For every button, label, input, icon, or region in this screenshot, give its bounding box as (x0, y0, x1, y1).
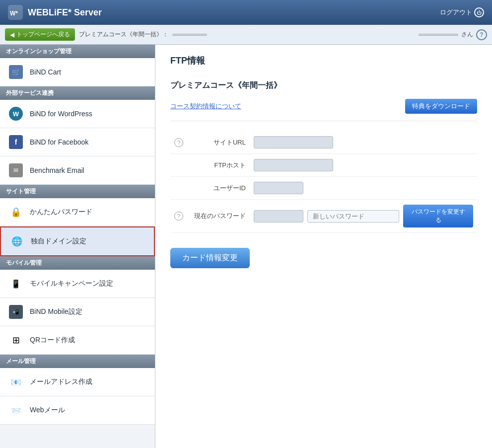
sidebar-item-bind-mobile[interactable]: 📲 BiND Mobile設定 (0, 298, 155, 326)
username-box (419, 34, 458, 36)
premium-value (172, 34, 207, 36)
sidebar-item-label: Benchmark Email (30, 166, 84, 174)
benchmark-icon: ✉ (9, 163, 23, 177)
help-button[interactable]: ? (476, 29, 487, 40)
sidebar-item-kantan-password[interactable]: 🔒 かんたんパスワード (0, 198, 155, 226)
sidebar-item-label: かんたんパスワード (30, 208, 92, 217)
sidebar: オンラインショップ管理 🛒 BiND Cart 外部サービス連携 W BiND … (0, 45, 155, 448)
table-row: ユーザーID (170, 177, 477, 200)
sidebar-item-bind-facebook[interactable]: f BiND for Facebook (0, 128, 155, 156)
back-label: トップページへ戻る (16, 30, 70, 39)
sidebar-item-qr-code[interactable]: ⊞ QRコード作成 (0, 326, 155, 355)
sidebar-item-domain-setting[interactable]: 🌐 独自ドメイン設定 (0, 226, 155, 256)
subheader-left: ◀ トップページへ戻る プレミアムコース《年間一括》： (5, 28, 207, 41)
table-row: ? サイトURL (170, 131, 477, 154)
sidebar-item-label: メールアドレス作成 (30, 377, 92, 386)
sidebar-item-label: BiND for WordPress (30, 110, 92, 118)
download-button[interactable]: 特典をダウンロード (405, 99, 477, 114)
sidebar-section-mail: メール管理 (0, 355, 155, 368)
new-password-input[interactable] (307, 210, 399, 223)
bind-mobile-icon-wrapper: 📲 (8, 304, 24, 320)
back-button[interactable]: ◀ トップページへ戻る (5, 28, 75, 41)
globe-icon: 🌐 (10, 234, 24, 248)
sidebar-item-webmail[interactable]: 📨 Webメール (0, 396, 155, 425)
subheader: ◀ トップページへ戻る プレミアムコース《年間一括》： さん ? (0, 25, 492, 45)
bind-mobile-icon: 📲 (9, 305, 23, 319)
course-link[interactable]: コース契約情報について (170, 102, 241, 111)
wp-icon-wrapper: W (8, 106, 24, 122)
fb-icon-wrapper: f (8, 134, 24, 150)
sidebar-item-mobile-campaign[interactable]: 📱 モバイルキャンペーン設定 (0, 270, 155, 298)
webmail-icon-wrapper: 📨 (8, 402, 24, 418)
field-value-site-url (254, 136, 333, 149)
wordpress-icon: W (9, 107, 23, 121)
change-password-button[interactable]: パスワードを変更する (403, 205, 473, 227)
premium-label: プレミアムコース《年間一括》： (79, 30, 168, 39)
power-icon: ⏻ (474, 7, 484, 17)
table-row-password: ? 現在のパスワード パスワードを変更する (170, 200, 477, 233)
qr-icon: ⊞ (9, 333, 23, 347)
facebook-icon: f (9, 135, 23, 149)
sidebar-item-label: モバイルキャンペーン設定 (30, 279, 113, 288)
mobile-icon: 📱 (9, 277, 23, 291)
password-row: パスワードを変更する (254, 205, 473, 227)
subheader-right: さん ? (419, 29, 487, 40)
sidebar-item-label: 独自ドメイン設定 (31, 237, 86, 246)
sidebar-section-mobile: モバイル管理 (0, 256, 155, 270)
sidebar-item-label: BiND Cart (30, 68, 61, 76)
webmail-icon: 📨 (9, 403, 23, 417)
cart-icon: 🛒 (9, 65, 23, 79)
logout-area: ログアウト ⏻ (440, 7, 484, 17)
globe-icon-wrapper: 🌐 (9, 233, 25, 249)
section-title: プレミアムコース《年間一括》 (170, 80, 477, 91)
header: W* WEBLiFE* Server ログアウト ⏻ (0, 0, 492, 25)
san-label: さん (461, 30, 473, 39)
field-value-current-password (254, 210, 303, 223)
mobile-icon-wrapper: 📱 (8, 276, 24, 292)
back-arrow-icon: ◀ (10, 31, 14, 38)
bench-icon-wrapper: ✉ (8, 162, 24, 178)
lock-icon: 🔒 (9, 205, 23, 219)
help-circle-icon: ? (174, 212, 183, 221)
bind-cart-icon-wrapper: 🛒 (8, 64, 24, 80)
field-label-user-id: ユーザーID (190, 177, 250, 200)
sidebar-item-bind-cart[interactable]: 🛒 BiND Cart (0, 58, 155, 86)
sidebar-item-label: BiND Mobile設定 (30, 307, 82, 316)
sidebar-item-benchmark-email[interactable]: ✉ Benchmark Email (0, 156, 155, 185)
sidebar-item-mail-create[interactable]: 📧 メールアドレス作成 (0, 368, 155, 396)
lock-icon-wrapper: 🔒 (8, 204, 24, 220)
mail-add-icon-wrapper: 📧 (8, 374, 24, 390)
layout: オンラインショップ管理 🛒 BiND Cart 外部サービス連携 W BiND … (0, 45, 492, 448)
sidebar-item-label: Webメール (30, 406, 65, 415)
main-content: FTP情報 プレミアムコース《年間一括》 コース契約情報について 特典をダウンロ… (155, 45, 492, 448)
sidebar-section-external: 外部サービス連携 (0, 86, 155, 100)
svg-text:W*: W* (10, 10, 18, 17)
sidebar-section-site: サイト管理 (0, 185, 155, 198)
course-row: コース契約情報について 特典をダウンロード (170, 99, 477, 121)
logout-button[interactable]: ログアウト ⏻ (440, 7, 484, 17)
sidebar-item-bind-wordpress[interactable]: W BiND for WordPress (0, 100, 155, 128)
table-row: FTPホスト (170, 154, 477, 177)
page-title: FTP情報 (170, 55, 477, 72)
field-value-user-id (254, 182, 303, 194)
card-info-button[interactable]: カード情報変更 (170, 248, 250, 268)
mail-add-icon: 📧 (9, 375, 23, 389)
field-label-site-url: サイトURL (190, 131, 250, 154)
help-circle-icon: ? (174, 138, 183, 147)
qr-icon-wrapper: ⊞ (8, 332, 24, 348)
sidebar-item-label: BiND for Facebook (30, 138, 88, 146)
sidebar-section-online-shop: オンラインショップ管理 (0, 45, 155, 58)
field-label-password: 現在のパスワード (190, 200, 250, 233)
logo: W* WEBLiFE* Server (8, 5, 102, 20)
sidebar-item-label: QRコード作成 (30, 336, 75, 345)
logout-label: ログアウト (440, 8, 472, 17)
field-value-ftp-host (254, 159, 333, 171)
field-label-ftp-host: FTPホスト (190, 154, 250, 177)
logo-text: WEBLiFE* Server (28, 7, 102, 18)
logo-icon: W* (8, 5, 23, 20)
ftp-form-table: ? サイトURL FTPホスト ユーザーID (170, 131, 477, 233)
